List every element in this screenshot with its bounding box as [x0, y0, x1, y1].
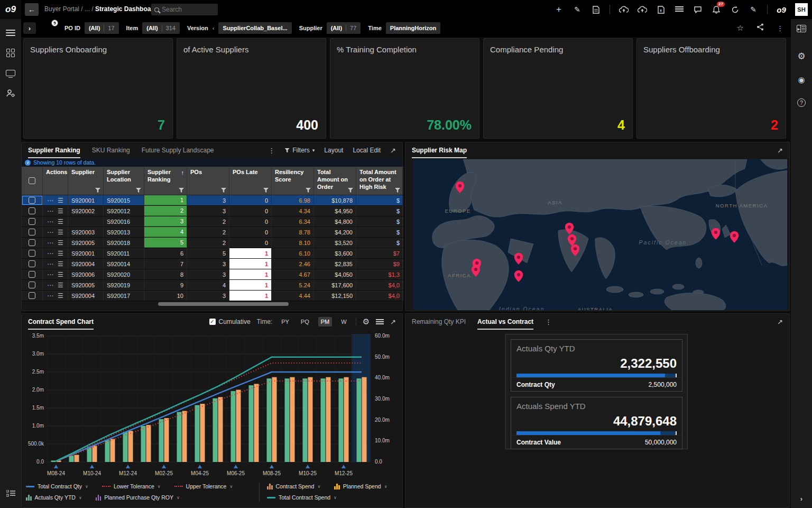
row-select-cell[interactable] — [22, 195, 43, 205]
contract-spend-chart[interactable]: 0.0500.0k1.0m1.5m2.0m2.5m3.0m3.5m0.010.0… — [22, 331, 403, 481]
row-menu-icon[interactable]: ☰ — [58, 239, 63, 247]
tab-future-supply-landscape[interactable]: Future Supply Landscape — [142, 142, 214, 158]
settings-gear-icon[interactable]: ⚙ — [796, 51, 807, 61]
o9-logo[interactable]: o9 — [0, 0, 21, 19]
tab-contract-spend-chart[interactable]: Contract Spend Chart — [28, 314, 94, 330]
search-input[interactable] — [162, 6, 209, 13]
compose-icon[interactable]: ✎ — [749, 5, 758, 14]
row-more-icon[interactable]: ⋯ — [47, 197, 53, 204]
actions-cell[interactable]: ⋯☰ — [43, 280, 68, 290]
row-more-icon[interactable]: ⋯ — [47, 292, 53, 300]
chip-value-box[interactable]: SupplierCollab_Basel... — [218, 22, 291, 34]
menu-hamburger-icon[interactable] — [5, 28, 16, 38]
document-icon[interactable] — [591, 5, 601, 14]
table-row[interactable]: ⋯☰S920004S9200147312.46$2,835$9 — [22, 259, 402, 269]
column-filter-icon[interactable] — [263, 188, 269, 193]
cloud-upload-icon[interactable] — [619, 5, 629, 14]
screens-monitor-icon[interactable] — [5, 68, 16, 78]
row-more-icon[interactable]: ⋯ — [47, 218, 53, 225]
more-options-icon[interactable]: ⋮ — [777, 24, 783, 32]
filter-chip-time[interactable]: TimePlanningHorizon — [368, 22, 440, 34]
actions-cell[interactable]: ⋯☰ — [43, 248, 68, 258]
breadcrumb-prefix[interactable]: Buyer Portal / ... / — [44, 5, 94, 13]
legend-item-total-contract-qty[interactable]: Total Contract Qty∨ — [26, 483, 88, 489]
table-more-icon[interactable]: ⋮ — [268, 147, 275, 155]
supplier-location-pin[interactable] — [565, 223, 574, 234]
row-select-cell[interactable] — [22, 291, 43, 301]
table-hscrollbar[interactable] — [22, 301, 402, 306]
table-row[interactable]: ⋯☰S920003S9200134208.78$4,200$ — [22, 227, 402, 238]
column-header-supplier-location[interactable]: Supplier Location — [104, 167, 144, 195]
tab-actual-vs-contract[interactable]: Actual vs Contract — [477, 314, 533, 330]
row-select-cell[interactable] — [22, 280, 43, 290]
table-row[interactable]: ⋯☰S920004S92001710314.44$12,150$4,0 — [22, 291, 402, 301]
legend-item-lower-tolerance[interactable]: Lower Tolerance∨ — [102, 483, 161, 489]
row-more-icon[interactable]: ⋯ — [47, 239, 53, 247]
filter-chip-supplier[interactable]: Supplier(All)77 — [299, 22, 361, 34]
kpi-tile-compliance-pending[interactable]: Compliance Pending 4 — [483, 38, 633, 139]
rows-icon[interactable] — [675, 5, 684, 14]
tab-sku-ranking[interactable]: SKU Ranking — [92, 142, 130, 158]
table-row[interactable]: ⋯☰S9200163206.34$4,800$ — [22, 216, 402, 227]
row-checkbox[interactable] — [29, 239, 35, 246]
actions-cell[interactable]: ⋯☰ — [43, 206, 68, 216]
kpi-panel-expand-icon[interactable]: ↗ — [777, 318, 783, 326]
supplier-location-pin[interactable] — [514, 270, 523, 282]
chip-value-box[interactable]: (All)314 — [142, 22, 180, 34]
row-more-icon[interactable]: ⋯ — [47, 229, 53, 236]
kpi-tile-training-completion[interactable]: % Training Completion 78.00% — [330, 38, 479, 139]
user-avatar[interactable]: SH — [795, 3, 808, 16]
record-target-icon[interactable]: ◉ — [796, 75, 807, 85]
table-row[interactable]: ⋯☰S920001S9200116516.10$3,600$7 — [22, 248, 402, 259]
row-menu-icon[interactable]: ☰ — [58, 260, 63, 268]
row-menu-icon[interactable]: ☰ — [58, 271, 63, 278]
column-header-supplier[interactable]: Supplier — [68, 167, 104, 195]
chart-settings-gear-icon[interactable]: ⚙ — [363, 317, 370, 326]
row-more-icon[interactable]: ⋯ — [47, 271, 53, 278]
supplier-location-pin[interactable] — [514, 253, 523, 265]
table-row[interactable]: ⋯☰S920005S9200185208.10$3,520$ — [22, 238, 402, 248]
legend-item-actuals-qty-ytd[interactable]: Actuals Qty YTD∨ — [26, 494, 82, 501]
legend-item-planned-spend[interactable]: Planned Spend∨ — [334, 483, 387, 489]
row-select-cell[interactable] — [22, 216, 43, 226]
filters-funnel[interactable]: 5 — [45, 23, 56, 33]
export-excel-icon[interactable]: x — [656, 5, 666, 14]
table-row[interactable]: ⋯☰S920005S9200199415.24$17,600$4,0 — [22, 280, 402, 291]
column-filter-icon[interactable] — [179, 188, 184, 193]
o9-mark-icon[interactable]: o9 — [777, 5, 786, 14]
world-map[interactable]: EUROPEASIAAFRICANORTH AMERICAPacific Oce… — [413, 159, 787, 310]
time-option-py[interactable]: PY — [279, 317, 292, 326]
actions-cell[interactable]: ⋯☰ — [43, 195, 68, 205]
comments-icon[interactable] — [693, 5, 703, 14]
table-row[interactable]: ⋯☰S920002S9200122304.34$4,950$ — [22, 206, 402, 216]
edit-icon[interactable]: ✎ — [573, 5, 582, 14]
user-settings-icon[interactable] — [5, 88, 16, 98]
legend-item-contract-spend[interactable]: Contract Spend∨ — [267, 483, 320, 489]
row-menu-icon[interactable]: ☰ — [58, 229, 63, 236]
tab-supplier-ranking[interactable]: Supplier Ranking — [28, 142, 80, 158]
cloud-download-icon[interactable] — [638, 5, 647, 14]
actions-cell[interactable]: ⋯☰ — [43, 227, 68, 237]
column-header-pos-late[interactable]: POs Late — [229, 167, 272, 195]
actions-cell[interactable]: ⋯☰ — [43, 216, 68, 226]
row-select-cell[interactable] — [22, 248, 43, 258]
row-select-cell[interactable] — [22, 206, 43, 216]
column-header-pos[interactable]: POs — [187, 167, 229, 195]
filter-chip-item[interactable]: Item(All)314 — [126, 22, 180, 34]
side-panel-icon[interactable]: ▶ — [796, 23, 807, 34]
expand-filters-chevron[interactable]: › — [23, 22, 36, 34]
actions-cell[interactable]: ⋯☰ — [43, 259, 68, 269]
column-filter-icon[interactable] — [136, 188, 141, 193]
row-select-cell[interactable] — [22, 259, 43, 269]
favorite-star-icon[interactable]: ☆ — [737, 23, 744, 33]
share-icon[interactable] — [756, 23, 764, 33]
actions-cell[interactable]: ⋯☰ — [43, 238, 68, 248]
row-checkbox[interactable] — [29, 282, 35, 288]
column-header-total-amount-on-order[interactable]: Total Amount on Order — [314, 167, 356, 195]
row-checkbox[interactable] — [29, 292, 35, 299]
row-menu-icon[interactable]: ☰ — [58, 197, 63, 204]
breadcrumb[interactable]: Buyer Portal / ... / Strategic Dashboard — [44, 5, 157, 13]
tab-supplier-risk-map[interactable]: Supplier Risk Map — [412, 142, 467, 158]
search-box[interactable] — [151, 4, 218, 15]
supplier-location-pin[interactable] — [571, 244, 580, 256]
